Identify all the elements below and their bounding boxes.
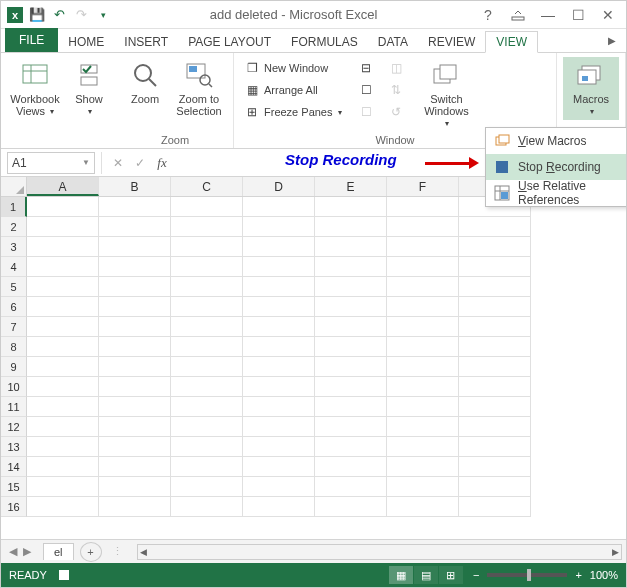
cell[interactable] <box>459 377 531 397</box>
cell[interactable] <box>27 477 99 497</box>
record-macro-indicator[interactable] <box>59 570 69 580</box>
cell[interactable] <box>99 497 171 517</box>
qat-customize-icon[interactable]: ▾ <box>93 5 113 25</box>
cell[interactable] <box>171 317 243 337</box>
page-layout-view-button[interactable]: ▤ <box>414 566 438 584</box>
tab-file[interactable]: FILE <box>5 28 58 52</box>
undo-icon[interactable]: ↶ <box>49 5 69 25</box>
cell[interactable] <box>27 357 99 377</box>
cell[interactable] <box>315 337 387 357</box>
col-header-d[interactable]: D <box>243 177 315 196</box>
col-header-f[interactable]: F <box>387 177 459 196</box>
cell[interactable] <box>387 217 459 237</box>
cell[interactable] <box>243 437 315 457</box>
cell[interactable] <box>387 337 459 357</box>
col-header-c[interactable]: C <box>171 177 243 196</box>
cell[interactable] <box>243 357 315 377</box>
cell[interactable] <box>315 437 387 457</box>
cell[interactable] <box>171 237 243 257</box>
cell[interactable] <box>315 217 387 237</box>
cell[interactable] <box>171 457 243 477</box>
cell[interactable] <box>171 337 243 357</box>
cell[interactable] <box>171 197 243 217</box>
cell[interactable] <box>459 437 531 457</box>
view-macros-item[interactable]: View Macros <box>486 128 627 154</box>
cell[interactable] <box>387 457 459 477</box>
cell[interactable] <box>99 417 171 437</box>
cell[interactable] <box>315 377 387 397</box>
cell[interactable] <box>243 257 315 277</box>
row-header[interactable]: 11 <box>1 397 27 417</box>
name-box[interactable]: A1▼ <box>7 152 95 174</box>
spreadsheet-grid[interactable]: A B C D E F G 12345678910111213141516 <box>1 177 626 539</box>
zoom-level[interactable]: 100% <box>590 569 618 581</box>
help-button[interactable]: ? <box>474 3 502 27</box>
macros-button[interactable]: Macros▾ <box>563 57 619 120</box>
cell[interactable] <box>459 237 531 257</box>
split-button[interactable]: ⊟ <box>354 57 378 79</box>
cell[interactable] <box>315 457 387 477</box>
minimize-button[interactable]: — <box>534 3 562 27</box>
sheet-tab[interactable]: el <box>43 543 74 560</box>
cell[interactable] <box>387 397 459 417</box>
cell[interactable] <box>99 377 171 397</box>
cell[interactable] <box>387 357 459 377</box>
cell[interactable] <box>459 317 531 337</box>
col-header-b[interactable]: B <box>99 177 171 196</box>
new-window-button[interactable]: ❐New Window <box>240 57 346 79</box>
cell[interactable] <box>315 357 387 377</box>
row-header[interactable]: 9 <box>1 357 27 377</box>
tab-page-layout[interactable]: PAGE LAYOUT <box>178 32 281 52</box>
cell[interactable] <box>27 397 99 417</box>
zoom-out-button[interactable]: − <box>473 569 479 581</box>
row-header[interactable]: 6 <box>1 297 27 317</box>
cell[interactable] <box>27 417 99 437</box>
cell[interactable] <box>99 477 171 497</box>
sheet-nav[interactable]: ◀▶ <box>1 545 39 558</box>
switch-windows-button[interactable]: SwitchWindows ▾ <box>418 57 474 132</box>
cell[interactable] <box>459 217 531 237</box>
cell[interactable] <box>387 277 459 297</box>
horizontal-scrollbar[interactable]: ◀▶ <box>137 544 622 560</box>
cell[interactable] <box>315 317 387 337</box>
cell[interactable] <box>243 217 315 237</box>
cell[interactable] <box>99 357 171 377</box>
sync-scroll-button[interactable]: ⇅ <box>384 79 408 101</box>
zoom-button[interactable]: Zoom <box>123 57 167 107</box>
cell[interactable] <box>171 357 243 377</box>
cell[interactable] <box>243 417 315 437</box>
cell[interactable] <box>315 237 387 257</box>
cell[interactable] <box>171 497 243 517</box>
cell[interactable] <box>171 397 243 417</box>
show-button[interactable]: Show▾ <box>67 57 111 120</box>
zoom-in-button[interactable]: + <box>575 569 581 581</box>
cell[interactable] <box>387 197 459 217</box>
tab-view[interactable]: VIEW <box>485 31 538 53</box>
cell[interactable] <box>243 297 315 317</box>
hide-button[interactable]: ☐ <box>354 79 378 101</box>
tab-overflow-icon[interactable]: ▶ <box>602 35 622 46</box>
arrange-all-button[interactable]: ▦Arrange All <box>240 79 346 101</box>
row-header[interactable]: 14 <box>1 457 27 477</box>
cell[interactable] <box>171 217 243 237</box>
tab-review[interactable]: REVIEW <box>418 32 485 52</box>
cell[interactable] <box>243 477 315 497</box>
cell[interactable] <box>459 497 531 517</box>
cell[interactable] <box>99 277 171 297</box>
cell[interactable] <box>27 377 99 397</box>
cell[interactable] <box>387 257 459 277</box>
cell[interactable] <box>243 317 315 337</box>
cell[interactable] <box>243 457 315 477</box>
cell[interactable] <box>459 257 531 277</box>
cell[interactable] <box>171 477 243 497</box>
zoom-to-selection-button[interactable]: Zoom toSelection <box>171 57 227 119</box>
cell[interactable] <box>387 297 459 317</box>
cell[interactable] <box>459 357 531 377</box>
row-header[interactable]: 10 <box>1 377 27 397</box>
cell[interactable] <box>243 497 315 517</box>
cell[interactable] <box>459 417 531 437</box>
cell[interactable] <box>387 497 459 517</box>
cell[interactable] <box>27 437 99 457</box>
cell[interactable] <box>315 397 387 417</box>
row-header[interactable]: 1 <box>1 197 27 217</box>
